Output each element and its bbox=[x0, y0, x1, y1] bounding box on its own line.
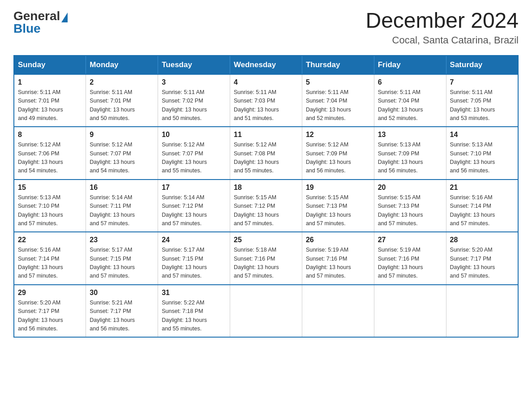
title-section: December 2024 Cocal, Santa Catarina, Bra… bbox=[365, 9, 519, 46]
calendar-cell: 15 Sunrise: 5:13 AMSunset: 7:10 PMDaylig… bbox=[14, 180, 86, 232]
day-number: 28 bbox=[450, 236, 514, 244]
calendar-cell: 10 Sunrise: 5:12 AMSunset: 7:07 PMDaylig… bbox=[158, 127, 230, 180]
col-monday: Monday bbox=[86, 56, 158, 74]
calendar-body: 1 Sunrise: 5:11 AMSunset: 7:01 PMDayligh… bbox=[14, 74, 518, 338]
day-info: Sunrise: 5:15 AMSunset: 7:13 PMDaylight:… bbox=[306, 193, 370, 228]
day-number: 21 bbox=[450, 184, 514, 192]
day-info: Sunrise: 5:16 AMSunset: 7:14 PMDaylight:… bbox=[18, 246, 82, 281]
calendar-cell: 28 Sunrise: 5:20 AMSunset: 7:17 PMDaylig… bbox=[446, 232, 518, 285]
day-info: Sunrise: 5:13 AMSunset: 7:10 PMDaylight:… bbox=[18, 193, 82, 228]
calendar-week-3: 15 Sunrise: 5:13 AMSunset: 7:10 PMDaylig… bbox=[14, 180, 518, 232]
calendar-cell: 13 Sunrise: 5:13 AMSunset: 7:09 PMDaylig… bbox=[374, 127, 446, 180]
day-number: 23 bbox=[90, 236, 154, 244]
calendar-cell: 11 Sunrise: 5:12 AMSunset: 7:08 PMDaylig… bbox=[230, 127, 302, 180]
calendar-cell: 22 Sunrise: 5:16 AMSunset: 7:14 PMDaylig… bbox=[14, 232, 86, 285]
calendar-cell: 12 Sunrise: 5:12 AMSunset: 7:09 PMDaylig… bbox=[302, 127, 374, 180]
day-info: Sunrise: 5:21 AMSunset: 7:17 PMDaylight:… bbox=[90, 299, 154, 334]
day-number: 26 bbox=[306, 236, 370, 244]
col-thursday: Thursday bbox=[302, 56, 374, 74]
day-number: 19 bbox=[306, 184, 370, 192]
day-number: 22 bbox=[18, 236, 82, 244]
col-saturday: Saturday bbox=[446, 56, 518, 74]
day-info: Sunrise: 5:12 AMSunset: 7:06 PMDaylight:… bbox=[18, 141, 82, 176]
day-number: 20 bbox=[378, 184, 442, 192]
day-info: Sunrise: 5:15 AMSunset: 7:12 PMDaylight:… bbox=[234, 193, 298, 228]
day-number: 18 bbox=[234, 184, 298, 192]
day-number: 27 bbox=[378, 236, 442, 244]
day-number: 1 bbox=[18, 78, 82, 86]
day-number: 6 bbox=[378, 78, 442, 86]
day-info: Sunrise: 5:14 AMSunset: 7:11 PMDaylight:… bbox=[90, 193, 154, 228]
day-number: 14 bbox=[450, 131, 514, 139]
day-info: Sunrise: 5:13 AMSunset: 7:09 PMDaylight:… bbox=[378, 141, 442, 176]
header-row: Sunday Monday Tuesday Wednesday Thursday… bbox=[14, 56, 518, 74]
day-number: 16 bbox=[90, 184, 154, 192]
day-number: 7 bbox=[450, 78, 514, 86]
col-friday: Friday bbox=[374, 56, 446, 74]
day-info: Sunrise: 5:12 AMSunset: 7:08 PMDaylight:… bbox=[234, 141, 298, 176]
day-number: 5 bbox=[306, 78, 370, 86]
day-number: 24 bbox=[162, 236, 226, 244]
calendar-table: Sunday Monday Tuesday Wednesday Thursday… bbox=[13, 55, 519, 338]
day-number: 25 bbox=[234, 236, 298, 244]
calendar-cell bbox=[446, 285, 518, 338]
day-number: 13 bbox=[378, 131, 442, 139]
calendar-cell: 24 Sunrise: 5:17 AMSunset: 7:15 PMDaylig… bbox=[158, 232, 230, 285]
day-info: Sunrise: 5:15 AMSunset: 7:13 PMDaylight:… bbox=[378, 193, 442, 228]
col-tuesday: Tuesday bbox=[158, 56, 230, 74]
calendar-cell: 17 Sunrise: 5:14 AMSunset: 7:12 PMDaylig… bbox=[158, 180, 230, 232]
day-number: 3 bbox=[162, 78, 226, 86]
day-info: Sunrise: 5:22 AMSunset: 7:18 PMDaylight:… bbox=[162, 299, 226, 334]
calendar-cell: 8 Sunrise: 5:12 AMSunset: 7:06 PMDayligh… bbox=[14, 127, 86, 180]
day-number: 11 bbox=[234, 131, 298, 139]
calendar-week-1: 1 Sunrise: 5:11 AMSunset: 7:01 PMDayligh… bbox=[14, 74, 518, 127]
month-title: December 2024 bbox=[365, 9, 519, 33]
day-number: 4 bbox=[234, 78, 298, 86]
day-number: 9 bbox=[90, 131, 154, 139]
calendar-cell: 25 Sunrise: 5:18 AMSunset: 7:16 PMDaylig… bbox=[230, 232, 302, 285]
day-info: Sunrise: 5:20 AMSunset: 7:17 PMDaylight:… bbox=[18, 299, 82, 334]
day-info: Sunrise: 5:11 AMSunset: 7:01 PMDaylight:… bbox=[18, 88, 82, 123]
calendar-cell: 18 Sunrise: 5:15 AMSunset: 7:12 PMDaylig… bbox=[230, 180, 302, 232]
calendar-week-4: 22 Sunrise: 5:16 AMSunset: 7:14 PMDaylig… bbox=[14, 232, 518, 285]
day-info: Sunrise: 5:16 AMSunset: 7:14 PMDaylight:… bbox=[450, 193, 514, 228]
day-info: Sunrise: 5:11 AMSunset: 7:01 PMDaylight:… bbox=[90, 88, 154, 123]
calendar-cell: 23 Sunrise: 5:17 AMSunset: 7:15 PMDaylig… bbox=[86, 232, 158, 285]
day-info: Sunrise: 5:12 AMSunset: 7:07 PMDaylight:… bbox=[90, 141, 154, 176]
day-info: Sunrise: 5:12 AMSunset: 7:09 PMDaylight:… bbox=[306, 141, 370, 176]
calendar-cell bbox=[230, 285, 302, 338]
day-info: Sunrise: 5:13 AMSunset: 7:10 PMDaylight:… bbox=[450, 141, 514, 176]
day-number: 12 bbox=[306, 131, 370, 139]
day-number: 29 bbox=[18, 289, 82, 297]
day-number: 31 bbox=[162, 289, 226, 297]
location-title: Cocal, Santa Catarina, Brazil bbox=[365, 34, 519, 46]
col-wednesday: Wednesday bbox=[230, 56, 302, 74]
calendar-cell: 19 Sunrise: 5:15 AMSunset: 7:13 PMDaylig… bbox=[302, 180, 374, 232]
day-number: 30 bbox=[90, 289, 154, 297]
day-info: Sunrise: 5:17 AMSunset: 7:15 PMDaylight:… bbox=[90, 246, 154, 281]
calendar-cell: 26 Sunrise: 5:19 AMSunset: 7:16 PMDaylig… bbox=[302, 232, 374, 285]
calendar-cell: 2 Sunrise: 5:11 AMSunset: 7:01 PMDayligh… bbox=[86, 74, 158, 127]
calendar-cell: 30 Sunrise: 5:21 AMSunset: 7:17 PMDaylig… bbox=[86, 285, 158, 338]
calendar-cell bbox=[302, 285, 374, 338]
day-number: 15 bbox=[18, 184, 82, 192]
calendar-cell: 14 Sunrise: 5:13 AMSunset: 7:10 PMDaylig… bbox=[446, 127, 518, 180]
calendar-cell: 29 Sunrise: 5:20 AMSunset: 7:17 PMDaylig… bbox=[14, 285, 86, 338]
page-header: General Blue December 2024 Cocal, Santa … bbox=[13, 9, 519, 46]
day-info: Sunrise: 5:17 AMSunset: 7:15 PMDaylight:… bbox=[162, 246, 226, 281]
day-info: Sunrise: 5:11 AMSunset: 7:05 PMDaylight:… bbox=[450, 88, 514, 123]
day-info: Sunrise: 5:20 AMSunset: 7:17 PMDaylight:… bbox=[450, 246, 514, 281]
calendar-cell: 27 Sunrise: 5:19 AMSunset: 7:16 PMDaylig… bbox=[374, 232, 446, 285]
calendar-week-2: 8 Sunrise: 5:12 AMSunset: 7:06 PMDayligh… bbox=[14, 127, 518, 180]
day-info: Sunrise: 5:11 AMSunset: 7:04 PMDaylight:… bbox=[306, 88, 370, 123]
logo: General Blue bbox=[13, 9, 68, 36]
calendar-cell: 4 Sunrise: 5:11 AMSunset: 7:03 PMDayligh… bbox=[230, 74, 302, 127]
col-sunday: Sunday bbox=[14, 56, 86, 74]
day-number: 17 bbox=[162, 184, 226, 192]
calendar-header: Sunday Monday Tuesday Wednesday Thursday… bbox=[14, 56, 518, 74]
day-info: Sunrise: 5:19 AMSunset: 7:16 PMDaylight:… bbox=[378, 246, 442, 281]
day-info: Sunrise: 5:11 AMSunset: 7:03 PMDaylight:… bbox=[234, 88, 298, 123]
calendar-week-5: 29 Sunrise: 5:20 AMSunset: 7:17 PMDaylig… bbox=[14, 285, 518, 338]
calendar-cell: 9 Sunrise: 5:12 AMSunset: 7:07 PMDayligh… bbox=[86, 127, 158, 180]
day-info: Sunrise: 5:19 AMSunset: 7:16 PMDaylight:… bbox=[306, 246, 370, 281]
